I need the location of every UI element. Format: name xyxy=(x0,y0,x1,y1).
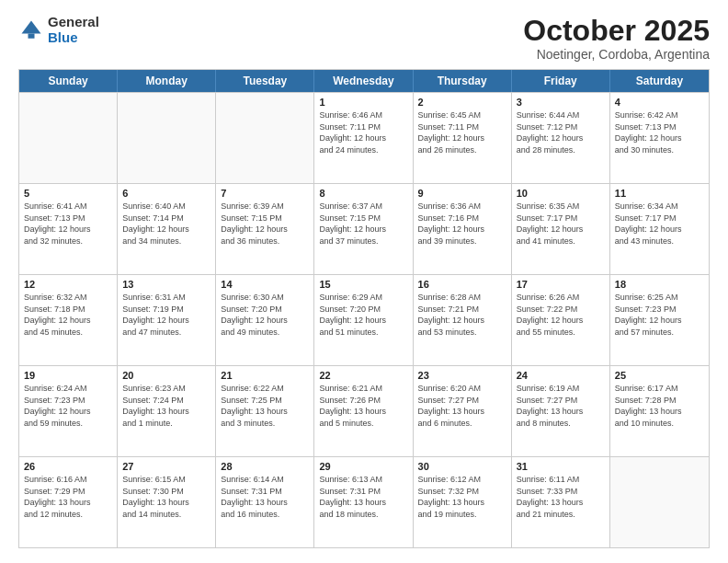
calendar-cell: 29Sunrise: 6:13 AM Sunset: 7:31 PM Dayli… xyxy=(314,457,413,547)
day-info: Sunrise: 6:35 AM Sunset: 7:17 PM Dayligh… xyxy=(517,201,605,247)
day-info: Sunrise: 6:39 AM Sunset: 7:15 PM Dayligh… xyxy=(221,201,309,247)
day-number: 30 xyxy=(418,461,506,472)
header: General Blue October 2025 Noetinger, Cor… xyxy=(18,15,710,62)
day-info: Sunrise: 6:12 AM Sunset: 7:32 PM Dayligh… xyxy=(418,474,506,520)
day-number: 17 xyxy=(517,279,605,290)
calendar-body: 1Sunrise: 6:46 AM Sunset: 7:11 PM Daylig… xyxy=(19,92,709,547)
day-info: Sunrise: 6:46 AM Sunset: 7:11 PM Dayligh… xyxy=(319,109,407,155)
weekday-header: Friday xyxy=(512,70,610,92)
day-info: Sunrise: 6:22 AM Sunset: 7:25 PM Dayligh… xyxy=(221,383,309,429)
calendar-cell: 7Sunrise: 6:39 AM Sunset: 7:15 PM Daylig… xyxy=(216,184,314,274)
title-area: October 2025 Noetinger, Cordoba, Argenti… xyxy=(523,15,710,62)
logo-general: General xyxy=(48,15,99,30)
day-info: Sunrise: 6:36 AM Sunset: 7:16 PM Dayligh… xyxy=(418,201,506,247)
day-info: Sunrise: 6:11 AM Sunset: 7:33 PM Dayligh… xyxy=(517,474,605,520)
day-number: 29 xyxy=(319,461,407,472)
day-info: Sunrise: 6:41 AM Sunset: 7:13 PM Dayligh… xyxy=(24,201,112,247)
day-info: Sunrise: 6:24 AM Sunset: 7:23 PM Dayligh… xyxy=(24,383,112,429)
calendar: SundayMondayTuesdayWednesdayThursdayFrid… xyxy=(18,69,710,548)
day-number: 22 xyxy=(319,370,407,381)
logo-text: General Blue xyxy=(48,15,99,45)
calendar-header: SundayMondayTuesdayWednesdayThursdayFrid… xyxy=(19,70,709,92)
calendar-cell xyxy=(118,93,216,183)
svg-rect-1 xyxy=(28,33,35,38)
calendar-cell: 2Sunrise: 6:45 AM Sunset: 7:11 PM Daylig… xyxy=(414,93,512,183)
day-info: Sunrise: 6:42 AM Sunset: 7:13 PM Dayligh… xyxy=(615,109,704,155)
day-number: 21 xyxy=(221,370,309,381)
calendar-cell: 24Sunrise: 6:19 AM Sunset: 7:27 PM Dayli… xyxy=(512,366,610,456)
logo-icon xyxy=(18,17,44,43)
day-info: Sunrise: 6:23 AM Sunset: 7:24 PM Dayligh… xyxy=(122,383,210,429)
calendar-cell: 10Sunrise: 6:35 AM Sunset: 7:17 PM Dayli… xyxy=(512,184,610,274)
weekday-header: Monday xyxy=(118,70,216,92)
calendar-cell xyxy=(216,93,314,183)
calendar-cell: 23Sunrise: 6:20 AM Sunset: 7:27 PM Dayli… xyxy=(414,366,512,456)
calendar-cell: 12Sunrise: 6:32 AM Sunset: 7:18 PM Dayli… xyxy=(19,275,118,365)
calendar-cell: 11Sunrise: 6:34 AM Sunset: 7:17 PM Dayli… xyxy=(610,184,709,274)
day-number: 31 xyxy=(517,461,605,472)
day-number: 8 xyxy=(319,188,407,199)
day-number: 18 xyxy=(615,279,704,290)
calendar-cell: 18Sunrise: 6:25 AM Sunset: 7:23 PM Dayli… xyxy=(610,275,709,365)
calendar-cell: 26Sunrise: 6:16 AM Sunset: 7:29 PM Dayli… xyxy=(19,457,118,547)
day-number: 15 xyxy=(319,279,407,290)
calendar-cell: 15Sunrise: 6:29 AM Sunset: 7:20 PM Dayli… xyxy=(314,275,413,365)
logo: General Blue xyxy=(18,15,99,45)
day-number: 16 xyxy=(418,279,506,290)
day-info: Sunrise: 6:32 AM Sunset: 7:18 PM Dayligh… xyxy=(24,292,112,338)
day-number: 24 xyxy=(517,370,605,381)
day-number: 4 xyxy=(615,97,704,108)
day-info: Sunrise: 6:20 AM Sunset: 7:27 PM Dayligh… xyxy=(418,383,506,429)
day-number: 25 xyxy=(615,370,704,381)
calendar-cell: 25Sunrise: 6:17 AM Sunset: 7:28 PM Dayli… xyxy=(610,366,709,456)
day-info: Sunrise: 6:16 AM Sunset: 7:29 PM Dayligh… xyxy=(24,474,112,520)
day-number: 6 xyxy=(122,188,210,199)
calendar-cell: 17Sunrise: 6:26 AM Sunset: 7:22 PM Dayli… xyxy=(512,275,610,365)
day-number: 2 xyxy=(418,97,506,108)
calendar-cell: 21Sunrise: 6:22 AM Sunset: 7:25 PM Dayli… xyxy=(216,366,314,456)
day-info: Sunrise: 6:34 AM Sunset: 7:17 PM Dayligh… xyxy=(615,201,704,247)
calendar-cell: 19Sunrise: 6:24 AM Sunset: 7:23 PM Dayli… xyxy=(19,366,118,456)
calendar-cell: 31Sunrise: 6:11 AM Sunset: 7:33 PM Dayli… xyxy=(512,457,610,547)
page-title: October 2025 xyxy=(523,15,710,47)
weekday-header: Saturday xyxy=(610,70,709,92)
calendar-row: 19Sunrise: 6:24 AM Sunset: 7:23 PM Dayli… xyxy=(19,365,709,456)
day-number: 13 xyxy=(122,279,210,290)
day-number: 3 xyxy=(517,97,605,108)
calendar-cell: 16Sunrise: 6:28 AM Sunset: 7:21 PM Dayli… xyxy=(414,275,512,365)
day-number: 12 xyxy=(24,279,112,290)
calendar-cell: 20Sunrise: 6:23 AM Sunset: 7:24 PM Dayli… xyxy=(118,366,216,456)
day-number: 14 xyxy=(221,279,309,290)
calendar-cell: 1Sunrise: 6:46 AM Sunset: 7:11 PM Daylig… xyxy=(314,93,413,183)
weekday-header: Tuesday xyxy=(216,70,314,92)
day-number: 20 xyxy=(122,370,210,381)
day-info: Sunrise: 6:44 AM Sunset: 7:12 PM Dayligh… xyxy=(517,109,605,155)
day-info: Sunrise: 6:13 AM Sunset: 7:31 PM Dayligh… xyxy=(319,474,407,520)
calendar-cell: 14Sunrise: 6:30 AM Sunset: 7:20 PM Dayli… xyxy=(216,275,314,365)
day-info: Sunrise: 6:14 AM Sunset: 7:31 PM Dayligh… xyxy=(221,474,309,520)
day-number: 5 xyxy=(24,188,112,199)
day-number: 28 xyxy=(221,461,309,472)
weekday-header: Sunday xyxy=(19,70,118,92)
calendar-cell: 6Sunrise: 6:40 AM Sunset: 7:14 PM Daylig… xyxy=(118,184,216,274)
calendar-cell: 30Sunrise: 6:12 AM Sunset: 7:32 PM Dayli… xyxy=(414,457,512,547)
day-info: Sunrise: 6:19 AM Sunset: 7:27 PM Dayligh… xyxy=(517,383,605,429)
day-info: Sunrise: 6:21 AM Sunset: 7:26 PM Dayligh… xyxy=(319,383,407,429)
day-number: 23 xyxy=(418,370,506,381)
day-info: Sunrise: 6:30 AM Sunset: 7:20 PM Dayligh… xyxy=(221,292,309,338)
day-info: Sunrise: 6:40 AM Sunset: 7:14 PM Dayligh… xyxy=(122,201,210,247)
day-number: 26 xyxy=(24,461,112,472)
page: General Blue October 2025 Noetinger, Cor… xyxy=(0,0,728,563)
day-info: Sunrise: 6:15 AM Sunset: 7:30 PM Dayligh… xyxy=(122,474,210,520)
calendar-cell: 27Sunrise: 6:15 AM Sunset: 7:30 PM Dayli… xyxy=(118,457,216,547)
day-info: Sunrise: 6:25 AM Sunset: 7:23 PM Dayligh… xyxy=(615,292,704,338)
calendar-cell: 9Sunrise: 6:36 AM Sunset: 7:16 PM Daylig… xyxy=(414,184,512,274)
calendar-cell: 22Sunrise: 6:21 AM Sunset: 7:26 PM Dayli… xyxy=(314,366,413,456)
calendar-cell: 3Sunrise: 6:44 AM Sunset: 7:12 PM Daylig… xyxy=(512,93,610,183)
calendar-cell: 13Sunrise: 6:31 AM Sunset: 7:19 PM Dayli… xyxy=(118,275,216,365)
day-number: 7 xyxy=(221,188,309,199)
calendar-row: 5Sunrise: 6:41 AM Sunset: 7:13 PM Daylig… xyxy=(19,183,709,274)
logo-blue: Blue xyxy=(48,30,99,46)
day-number: 1 xyxy=(319,97,407,108)
calendar-row: 12Sunrise: 6:32 AM Sunset: 7:18 PM Dayli… xyxy=(19,274,709,365)
